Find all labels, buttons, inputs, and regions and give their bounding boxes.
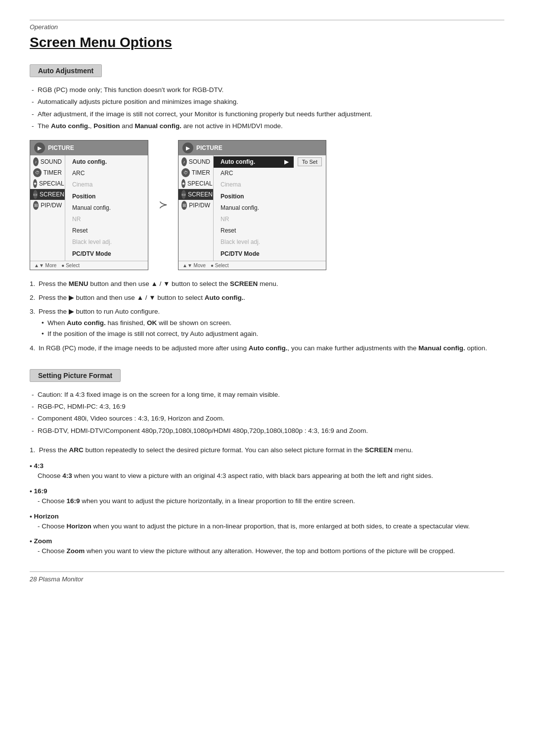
to-set-label: To Set	[298, 157, 322, 166]
to-set-col: To Set	[294, 155, 326, 261]
menu-content-left: ♪ SOUND ⏱ TIMER ★ SPECIAL ▭	[30, 155, 148, 261]
menu-item-arc-r: ARC	[214, 168, 294, 179]
format-list: • 4:3 Choose 4:3 when you want to view a…	[30, 462, 504, 556]
menu-box-right: ▶ PICTURE ♪ SOUND ⏱ TIMER	[178, 140, 326, 270]
nav-sound-r: ♪ SOUND	[178, 156, 213, 167]
menu-item-nr: NR	[65, 214, 148, 225]
step-2: 2. Press the ▶ button and then use ▲ / ▼…	[30, 293, 504, 303]
nav-pipdw: ⊞ PIP/DW	[30, 200, 65, 211]
nav-special: ★ SPECIAL	[30, 178, 65, 189]
bullet-item: RGB (PC) mode only; This function doesn'…	[30, 85, 504, 95]
menu-item-manual: Manual config.	[65, 202, 148, 214]
format-169-title: • 16:9	[30, 487, 504, 495]
top-rule	[30, 20, 504, 20]
pf-bullet-1: Caution: If a 4:3 fixed image is on the …	[30, 390, 504, 400]
arrow-right: ≻	[148, 198, 178, 211]
menu-footer-left: ▲▼ More ● Select	[30, 261, 148, 270]
menu-item-autoconfig-r: Auto config. ▶	[214, 156, 294, 168]
menu-content-right: ♪ SOUND ⏱ TIMER ★ SPECIAL ▭	[178, 155, 326, 261]
menu-footer-move-right: ▲▼ Move	[182, 263, 206, 268]
menu-item-reset-r: Reset	[214, 225, 294, 236]
bullet-item: Automatically adjusts picture position a…	[30, 97, 504, 107]
timer-icon-r: ⏱	[181, 168, 190, 177]
step-3-sub: When Auto config. has finished, OK will …	[41, 318, 504, 339]
format-43-title: • 4:3	[30, 462, 504, 470]
menu-icon-left: ▶	[34, 142, 45, 153]
sound-icon-r: ♪	[181, 157, 187, 166]
format-horizon-title: • Horizon	[30, 513, 504, 520]
section-header-auto: Auto Adjustment	[30, 64, 102, 77]
special-icon: ★	[33, 179, 37, 188]
step-1: 1. Press the MENU button and then use ▲ …	[30, 279, 504, 289]
menu-item-black: Black level adj.	[65, 236, 148, 248]
bottom-rule: 28 Plasma Monitor	[30, 571, 504, 583]
menu-images-row: ▶ PICTURE ♪ SOUND ⏱ TIMER	[30, 140, 504, 270]
nav-screen-active: ▭ SCREEN	[30, 189, 65, 200]
nav-special-r: ★ SPECIAL	[178, 178, 213, 189]
format-169-desc: - Choose 16:9 when you want to adjust th…	[30, 496, 504, 507]
bullet-item: After adjustment, if the image is still …	[30, 109, 504, 119]
menu-item-cinema-r: Cinema	[214, 179, 294, 190]
menu-item-arc: ARC	[65, 168, 148, 179]
auto-adjustment-bullets: RGB (PC) mode only; This function doesn'…	[30, 85, 504, 131]
menu-item-pcdtv: PC/DTV Mode	[65, 248, 148, 260]
menu-title-text-left: PICTURE	[48, 144, 74, 151]
menu-title-left: ▶ PICTURE	[30, 141, 148, 155]
pipdw-icon: ⊞	[33, 201, 39, 210]
page-number: 28 Plasma Monitor	[30, 575, 83, 583]
nav-timer: ⏱ TIMER	[30, 167, 65, 178]
section-picture-format: Setting Picture Format Caution: If a 4:3…	[30, 369, 504, 557]
menu-footer-select-left: ● Select	[61, 263, 80, 268]
menu-right-nav: ♪ SOUND ⏱ TIMER ★ SPECIAL ▭	[178, 155, 213, 261]
menu-footer-right: ▲▼ Move ● Select	[178, 261, 326, 270]
pf-bullet-4: RGB-DTV, HDMI-DTV/Component 480p,720p,10…	[30, 426, 504, 436]
pf-bullet-2: RGB-PC, HDMI-PC: 4:3, 16:9	[30, 402, 504, 412]
menu-box-left: ▶ PICTURE ♪ SOUND ⏱ TIMER	[30, 140, 148, 270]
menu-item-position: Position	[65, 191, 148, 202]
menu-item-autoconfig: Auto config.	[65, 156, 148, 168]
nav-pipdw-r: ⊞ PIP/DW	[178, 200, 213, 211]
menu-item-reset: Reset	[65, 225, 148, 236]
menu-title-text-right: PICTURE	[196, 144, 222, 151]
pf-bullet-3: Component 480i, Video sources : 4:3, 16:…	[30, 414, 504, 424]
nav-screen-active-r: ▭ SCREEN	[178, 189, 213, 200]
step-4: 4. In RGB (PC) mode, if the image needs …	[30, 343, 504, 353]
menu-right-items: Auto config. ▶ ARC Cinema Position Manua…	[213, 155, 294, 261]
menu-left-items: Auto config. ARC Cinema Position Manual …	[65, 155, 148, 261]
operation-label: Operation	[30, 23, 504, 31]
format-horizon-desc: - Choose Horizon when you want to adjust…	[30, 521, 504, 532]
pf-step-1: 1. Press the ARC button repeatedly to se…	[30, 445, 504, 456]
timer-icon: ⏱	[33, 168, 42, 177]
menu-item-cinema: Cinema	[65, 179, 148, 190]
menu-item-black-r: Black level adj.	[214, 236, 294, 248]
menu-item-manual-r: Manual config.	[214, 202, 294, 214]
format-zoom-title: • Zoom	[30, 537, 504, 545]
screen-icon: ▭	[33, 190, 38, 199]
section-header-picture: Setting Picture Format	[30, 369, 121, 382]
sub-bullet-1: When Auto config. has finished, OK will …	[41, 318, 504, 329]
format-43-desc: Choose 4:3 when you want to view a pictu…	[30, 471, 504, 481]
bullet-item: The Auto config., Position and Manual co…	[30, 121, 504, 131]
menu-title-right: ▶ PICTURE	[178, 141, 326, 155]
pipdw-icon-r: ⊞	[181, 201, 187, 210]
sound-icon: ♪	[33, 157, 39, 166]
picture-format-bullets: Caution: If a 4:3 fixed image is on the …	[30, 390, 504, 436]
format-zoom-desc: - Choose Zoom when you want to view the …	[30, 546, 504, 557]
sub-bullet-2: If the position of the image is still no…	[41, 329, 504, 339]
menu-footer-select-right: ● Select	[211, 263, 229, 268]
page-title: Screen Menu Options	[30, 35, 504, 50]
format-169: • 16:9 - Choose 16:9 when you want to ad…	[30, 487, 504, 507]
nav-sound: ♪ SOUND	[30, 156, 65, 167]
menu-item-position-r: Position	[214, 191, 294, 202]
menu-icon-right: ▶	[182, 142, 193, 153]
screen-icon-r: ▭	[181, 190, 186, 199]
step-3: 3. Press the ▶ button to run Auto config…	[30, 307, 504, 339]
nav-timer-r: ⏱ TIMER	[178, 167, 213, 178]
auto-adjustment-steps: 1. Press the MENU button and then use ▲ …	[30, 279, 504, 353]
section-auto-adjustment: Auto Adjustment RGB (PC) mode only; This…	[30, 64, 504, 353]
format-zoom: • Zoom - Choose Zoom when you want to vi…	[30, 537, 504, 557]
menu-item-nr-r: NR	[214, 214, 294, 225]
format-horizon: • Horizon - Choose Horizon when you want…	[30, 513, 504, 532]
menu-left-nav: ♪ SOUND ⏱ TIMER ★ SPECIAL ▭	[30, 155, 65, 261]
format-43: • 4:3 Choose 4:3 when you want to view a…	[30, 462, 504, 481]
